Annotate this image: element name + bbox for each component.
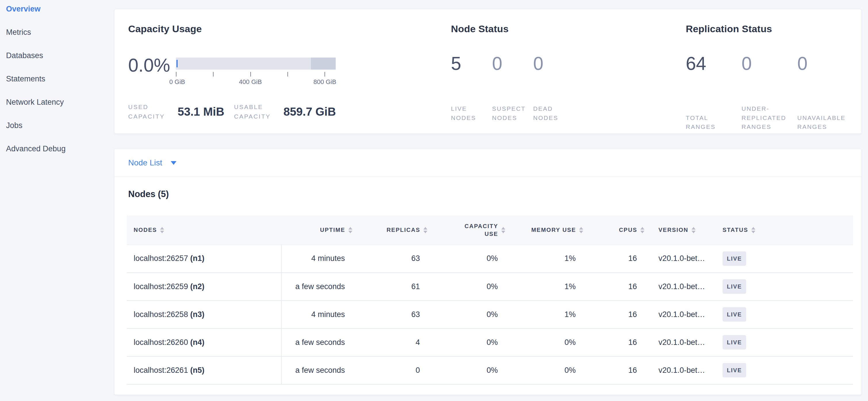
used-capacity-value: 53.1 MiB bbox=[178, 105, 224, 118]
sidebar-item-advanced-debug[interactable]: Advanced Debug bbox=[6, 144, 114, 153]
sidebar-item-overview[interactable]: Overview bbox=[6, 5, 114, 13]
under-replicated-ranges-count: 0 bbox=[742, 53, 797, 74]
node-list-dropdown[interactable]: Node List bbox=[128, 158, 177, 167]
suspect-nodes-label: SUSPECT NODES bbox=[492, 104, 526, 122]
dead-nodes-count: 0 bbox=[533, 53, 574, 74]
table-row: localhost:26259 (n2) a few seconds 61 0%… bbox=[127, 273, 853, 300]
usable-capacity-label: USABLE CAPACITY bbox=[234, 103, 283, 121]
table-row: localhost:26260 (n4) a few seconds 4 0% … bbox=[127, 328, 853, 356]
column-label: MEMORY USE bbox=[531, 226, 576, 234]
sidebar-item-databases[interactable]: Databases bbox=[6, 51, 114, 60]
column-header-cpus[interactable]: CPUS bbox=[587, 216, 648, 245]
cluster-summary-card: Capacity Usage 0.0% 0 GiB 40 bbox=[114, 9, 862, 134]
unavailable-ranges-count: 0 bbox=[797, 53, 853, 74]
live-nodes-label: LIVE NODES bbox=[451, 104, 485, 122]
status-badge: LIVE bbox=[722, 251, 746, 266]
column-header-status[interactable]: STATUS bbox=[718, 216, 853, 245]
table-header-row: NODES UPTIME REPLICAS CAPACITY USE MEMOR bbox=[127, 216, 853, 245]
total-ranges-label: TOTAL RANGES bbox=[686, 113, 737, 132]
column-header-capacity-use[interactable]: CAPACITY USE bbox=[431, 216, 509, 245]
column-label: CAPACITY USE bbox=[460, 222, 498, 238]
capacity-bar-track bbox=[176, 58, 336, 69]
sort-icon bbox=[579, 227, 583, 233]
sidebar-item-metrics[interactable]: Metrics bbox=[6, 28, 114, 36]
column-header-replicas[interactable]: REPLICAS bbox=[356, 216, 431, 245]
column-label: NODES bbox=[134, 226, 157, 234]
table-row: localhost:26258 (n3) 4 minutes 63 0% 1% … bbox=[127, 300, 853, 328]
status-badge: LIVE bbox=[722, 335, 746, 349]
column-label: UPTIME bbox=[320, 226, 345, 234]
node-address-cell[interactable]: localhost:26260 (n4) bbox=[127, 328, 281, 356]
axis-tick bbox=[324, 72, 325, 77]
node-address: localhost:26260 bbox=[134, 338, 188, 347]
capacity-used-percent: 0.0% bbox=[128, 55, 176, 75]
status-cell: LIVE bbox=[718, 245, 853, 273]
node-id: (n4) bbox=[190, 338, 205, 347]
sort-icon bbox=[640, 227, 644, 233]
memory-use-cell: 0% bbox=[509, 356, 587, 384]
node-status-section: Node Status 5 0 0 LIVE NODES SUSPECT NOD… bbox=[451, 23, 686, 134]
column-label: STATUS bbox=[722, 226, 748, 234]
sort-icon bbox=[423, 227, 427, 233]
version-cell: v20.1.0-bet… bbox=[648, 328, 718, 356]
axis-tick-label: 400 GiB bbox=[239, 78, 262, 86]
status-cell: LIVE bbox=[718, 328, 853, 356]
node-list-dropdown-label: Node List bbox=[128, 158, 162, 167]
sort-icon bbox=[348, 227, 352, 233]
sort-icon bbox=[751, 227, 755, 233]
cpus-cell: 16 bbox=[587, 300, 648, 328]
suspect-nodes-count: 0 bbox=[492, 53, 533, 74]
node-list-body: Nodes (5) NODES UPTIME RE bbox=[114, 177, 861, 384]
chevron-down-icon bbox=[171, 161, 177, 165]
replicas-cell: 4 bbox=[356, 328, 431, 356]
capacity-use-cell: 0% bbox=[431, 245, 509, 273]
main-content: Capacity Usage 0.0% 0 GiB 40 bbox=[114, 0, 862, 395]
dead-nodes-label: DEAD NODES bbox=[533, 104, 567, 122]
uptime-cell: a few seconds bbox=[281, 356, 356, 384]
memory-use-cell: 1% bbox=[509, 273, 587, 300]
table-row: localhost:26257 (n1) 4 minutes 63 0% 1% … bbox=[127, 245, 853, 273]
version-cell: v20.1.0-bet… bbox=[648, 245, 718, 273]
node-list-card-header: Node List bbox=[114, 149, 861, 177]
status-cell: LIVE bbox=[718, 356, 853, 384]
status-badge: LIVE bbox=[722, 363, 746, 377]
node-address-cell[interactable]: localhost:26261 (n5) bbox=[127, 356, 281, 384]
nodes-table: NODES UPTIME REPLICAS CAPACITY USE MEMOR bbox=[127, 216, 853, 384]
sort-icon bbox=[501, 227, 505, 233]
column-header-version[interactable]: VERSION bbox=[648, 216, 718, 245]
used-capacity-stat: USED CAPACITY 53.1 MiB bbox=[128, 103, 224, 121]
sidebar: Overview Metrics Databases Statements Ne… bbox=[0, 0, 114, 168]
usable-capacity-stat: USABLE CAPACITY 859.7 GiB bbox=[234, 103, 336, 121]
status-badge: LIVE bbox=[722, 307, 746, 322]
column-header-memory-use[interactable]: MEMORY USE bbox=[509, 216, 587, 245]
sidebar-item-jobs[interactable]: Jobs bbox=[6, 121, 114, 130]
column-header-nodes[interactable]: NODES bbox=[127, 216, 281, 245]
table-row: localhost:26261 (n5) a few seconds 0 0% … bbox=[127, 356, 853, 384]
capacity-use-cell: 0% bbox=[431, 273, 509, 300]
node-id: (n3) bbox=[190, 310, 205, 319]
node-address-cell[interactable]: localhost:26258 (n3) bbox=[127, 300, 281, 328]
node-address-cell[interactable]: localhost:26259 (n2) bbox=[127, 273, 281, 300]
version-cell: v20.1.0-bet… bbox=[648, 300, 718, 328]
replication-status-title: Replication Status bbox=[686, 23, 853, 34]
column-label: REPLICAS bbox=[386, 226, 420, 234]
sidebar-item-statements[interactable]: Statements bbox=[6, 75, 114, 83]
capacity-bar: 0 GiB 400 GiB 800 GiB bbox=[176, 55, 336, 87]
uptime-cell: 4 minutes bbox=[281, 300, 356, 328]
cpus-cell: 16 bbox=[587, 245, 648, 273]
axis-tick-label: 0 GiB bbox=[169, 78, 185, 86]
sidebar-item-network-latency[interactable]: Network Latency bbox=[6, 98, 114, 107]
replicas-cell: 0 bbox=[356, 356, 431, 384]
memory-use-cell: 0% bbox=[509, 328, 587, 356]
status-badge: LIVE bbox=[722, 279, 746, 294]
under-replicated-ranges-label: UNDER-REPLICATED RANGES bbox=[742, 104, 793, 132]
axis-tick bbox=[287, 72, 288, 77]
node-address: localhost:26257 bbox=[134, 254, 188, 263]
axis-tick bbox=[213, 72, 214, 77]
column-header-uptime[interactable]: UPTIME bbox=[281, 216, 356, 245]
node-id: (n1) bbox=[190, 254, 205, 263]
node-list-card: Node List Nodes (5) NODES UPTIME bbox=[114, 149, 862, 395]
total-ranges-count: 64 bbox=[686, 53, 742, 74]
node-address-cell[interactable]: localhost:26257 (n1) bbox=[127, 245, 281, 273]
replicas-cell: 63 bbox=[356, 300, 431, 328]
